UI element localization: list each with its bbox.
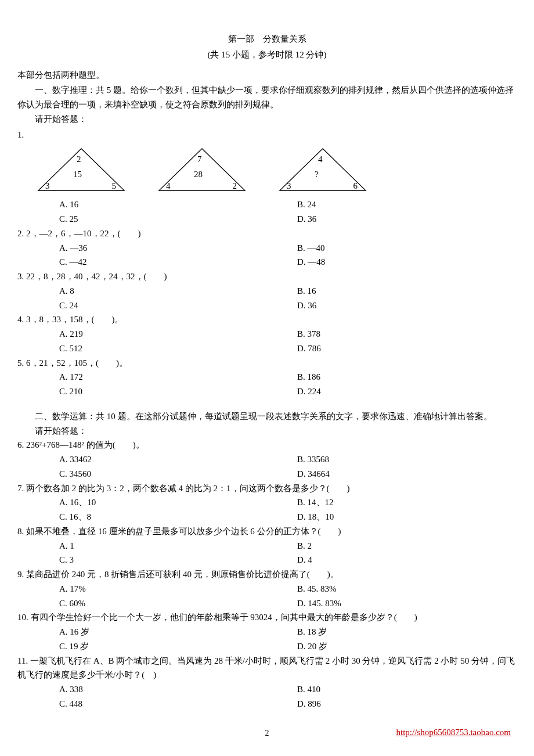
q6-opt-a: A. 33462 <box>59 452 297 467</box>
q11-opt-c: C. 448 <box>59 697 297 711</box>
q7-opt-c: C. 16、8 <box>59 510 297 524</box>
q7-opt-b: B. 14、12 <box>297 495 517 510</box>
q8-stem: 8. 如果不堆叠，直径 16 厘米的盘子里最多可以放多少个边长 6 公分的正方体… <box>17 524 517 539</box>
q4-opt-b: B. 378 <box>297 327 517 341</box>
q9-opt-a: A. 17% <box>59 582 297 596</box>
q3-opt-c: C. 24 <box>59 298 297 313</box>
q1-number: 1. <box>17 128 517 142</box>
q8-opt-b: B. 2 <box>297 539 517 553</box>
q5-opt-d: D. 224 <box>297 384 517 399</box>
q3-stem: 3. 22，8，28，40，42，24，32，( ) <box>17 269 517 284</box>
q11-opt-a: A. 338 <box>59 682 297 697</box>
tri1-mid: 15 <box>73 167 82 182</box>
q8-opt-d: D. 4 <box>297 553 517 567</box>
q5-opt-c: C. 210 <box>59 384 297 399</box>
part-title: 第一部 分数量关系 <box>17 32 517 46</box>
q8-opt-a: A. 1 <box>59 539 297 553</box>
q1-options-row2: C. 25 D. 36 <box>59 212 517 226</box>
q8-opt-c: C. 3 <box>59 553 297 567</box>
tri1-bl: 3 <box>45 179 50 193</box>
q7-opt-a: A. 16、10 <box>59 495 297 510</box>
q3-opt-d: D. 36 <box>297 298 517 313</box>
q11-opt-d: D. 896 <box>297 697 517 711</box>
q9-opt-d: D. 145. 83% <box>297 596 517 611</box>
q1-options-row1: A. 16 B. 24 <box>59 197 517 212</box>
q2-opt-a: A. —36 <box>59 241 297 255</box>
triangle-1: 2 15 3 5 <box>35 146 128 193</box>
tri2-br: 2 <box>233 179 237 193</box>
q7-stem: 7. 两个数各加 2 的比为 3：2，两个数各减 4 的比为 2：1，问这两个数… <box>17 481 517 496</box>
q6-stem: 6. 236²+768—148² 的值为( )。 <box>17 438 517 452</box>
q2-opt-c: C. —42 <box>59 255 297 269</box>
section-1-heading: 一、数字推理：共 5 题。给你一个数列，但其中缺少一项，要求你仔细观察数列的排列… <box>17 83 517 112</box>
triangle-3: 4 ? 3 6 <box>276 146 369 193</box>
q9-stem: 9. 某商品进价 240 元，8 折销售后还可获利 40 元，则原销售价比进价提… <box>17 567 517 582</box>
page-footer: 2 http://shop65608753.taobao.com <box>0 726 534 740</box>
q3-opt-a: A. 8 <box>59 284 297 298</box>
tri2-top: 7 <box>197 152 202 167</box>
q10-opt-d: D. 20 岁 <box>297 639 517 654</box>
q11-opt-b: B. 410 <box>297 682 517 697</box>
exam-page: 第一部 分数量关系 (共 15 小题，参考时限 12 分钟) 本部分包括两种题型… <box>0 0 534 756</box>
q4-stem: 4. 3，8，33，158，( )。 <box>17 312 517 327</box>
tri2-bl: 4 <box>166 179 171 193</box>
q10-opt-b: B. 18 岁 <box>297 625 517 639</box>
q3-opt-b: B. 16 <box>297 284 517 298</box>
q9-opt-b: B. 45. 83% <box>297 582 517 596</box>
q4-opt-a: A. 219 <box>59 327 297 341</box>
begin-answer-1: 请开始答题： <box>17 112 517 127</box>
q5-opt-a: A. 172 <box>59 370 297 384</box>
begin-answer-2: 请开始答题： <box>17 424 517 438</box>
q5-opt-b: B. 186 <box>297 370 517 384</box>
part-subtitle: (共 15 小题，参考时限 12 分钟) <box>17 48 517 62</box>
tri1-br: 5 <box>112 179 117 193</box>
q1-opt-a: A. 16 <box>59 197 297 212</box>
tri3-mid: ? <box>315 167 319 182</box>
tri3-br: 6 <box>353 179 358 193</box>
q9-opt-c: C. 60% <box>59 596 297 611</box>
tri3-bl: 3 <box>287 179 291 193</box>
q6-opt-c: C. 34560 <box>59 467 297 481</box>
q1-triangles: 2 15 3 5 7 28 4 2 4 ? 3 6 <box>35 146 517 193</box>
q11-stem: 11. 一架飞机飞行在 A、B 两个城市之间。当风速为 28 千米/小时时，顺风… <box>17 654 517 683</box>
q2-stem: 2. 2，—2，6，—10，22，( ) <box>17 226 517 241</box>
q5-stem: 5. 6，21，52，105，( )。 <box>17 356 517 370</box>
tri1-top: 2 <box>77 152 81 167</box>
tri3-top: 4 <box>318 152 323 167</box>
q2-opt-b: B. —40 <box>297 241 517 255</box>
q4-opt-d: D. 786 <box>297 341 517 356</box>
q10-opt-a: A. 16 岁 <box>59 625 297 639</box>
tri2-mid: 28 <box>194 167 203 182</box>
section-2-heading: 二、数学运算：共 10 题。在这部分试题仲，每道试题呈现一段表述数字关系的文字，… <box>17 409 517 424</box>
triangle-2: 7 28 4 2 <box>156 146 248 193</box>
q4-opt-c: C. 512 <box>59 341 297 356</box>
q2-opt-d: D. —48 <box>297 255 517 269</box>
intro-line1: 本部分包括两种题型。 <box>17 68 517 82</box>
q1-opt-c: C. 25 <box>59 212 297 226</box>
q1-opt-d: D. 36 <box>297 212 517 226</box>
q10-opt-c: C. 19 岁 <box>59 639 297 654</box>
q6-opt-d: D. 34664 <box>297 467 517 481</box>
q7-opt-d: D. 18、10 <box>297 510 517 524</box>
q6-opt-b: B. 33568 <box>297 452 517 467</box>
q10-stem: 10. 有四个学生恰好一个比一个大一岁，他们的年龄相乘等于 93024，问其中最… <box>17 610 517 625</box>
shop-link[interactable]: http://shop65608753.taobao.com <box>396 725 511 740</box>
q1-opt-b: B. 24 <box>297 197 517 212</box>
